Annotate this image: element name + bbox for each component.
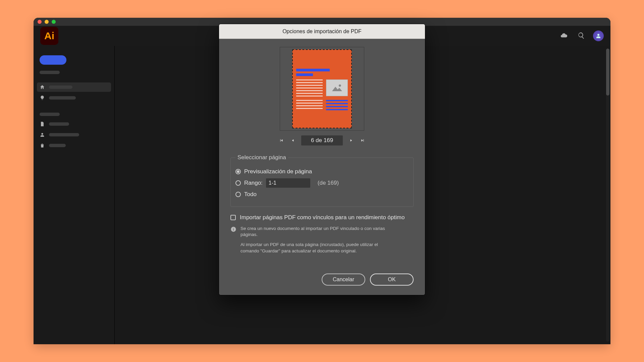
sidebar-item-label (49, 144, 66, 147)
scrollbar-thumb[interactable] (606, 49, 609, 96)
app-badge[interactable]: Ai (40, 27, 58, 45)
cloud-button[interactable] (558, 30, 570, 42)
sidebar-item-label (49, 85, 72, 89)
select-page-legend: Seleccionar página (235, 154, 288, 161)
sidebar-item-trash[interactable] (37, 141, 111, 150)
sidebar-item-label (49, 122, 69, 126)
info-icon (230, 226, 236, 232)
pdf-import-dialog: Opciones de importación de PDF (219, 24, 425, 295)
sidebar-item-files[interactable] (37, 119, 111, 129)
sidebar-stub (40, 71, 60, 74)
user-icon (595, 33, 601, 39)
sidebar-item-label (49, 96, 76, 100)
ok-button[interactable]: OK (370, 274, 414, 286)
cloud-icon (560, 32, 568, 39)
sidebar-item-label (49, 133, 79, 136)
sidebar-item-learn[interactable] (37, 93, 111, 103)
home-icon (40, 84, 45, 90)
sidebar-item-shared[interactable] (37, 130, 111, 139)
next-page-button[interactable] (348, 137, 354, 143)
radio-all-label: Todo (244, 191, 257, 198)
radio-icon (235, 169, 241, 174)
last-page-button[interactable] (360, 137, 366, 143)
app-window: Ai (34, 18, 610, 344)
range-of-text: (de 169) (318, 180, 339, 186)
info-block: Se crea un nuevo documento al importar u… (230, 226, 414, 258)
new-file-button[interactable] (40, 55, 66, 65)
first-icon (279, 138, 284, 143)
page-thumbnail[interactable] (292, 49, 352, 128)
minimize-icon[interactable] (45, 20, 49, 24)
select-page-fieldset: Seleccionar página Previsualización de p… (230, 154, 414, 207)
link-pages-checkbox[interactable]: Importar páginas PDF como vínculos para … (230, 214, 414, 221)
avatar[interactable] (593, 31, 604, 41)
file-icon (40, 121, 45, 127)
prev-icon (290, 138, 295, 143)
radio-preview[interactable]: Previsualización de página (235, 168, 409, 175)
next-icon (349, 138, 354, 143)
range-input[interactable] (266, 178, 310, 188)
first-page-button[interactable] (278, 137, 284, 143)
people-icon (40, 132, 45, 137)
page-number-input[interactable] (301, 135, 343, 145)
radio-range[interactable]: Rango: (de 169) (235, 178, 409, 188)
cancel-button[interactable]: Cancelar (322, 274, 365, 286)
last-icon (360, 138, 365, 143)
close-icon[interactable] (38, 20, 42, 24)
lightbulb-icon (40, 95, 45, 101)
maximize-icon[interactable] (52, 20, 56, 24)
sidebar-item-home[interactable] (37, 82, 111, 92)
prev-page-button[interactable] (290, 137, 296, 143)
pager (278, 135, 366, 145)
svg-rect-0 (330, 83, 344, 93)
radio-preview-label: Previsualización de página (244, 168, 312, 175)
checkbox-icon (230, 215, 236, 220)
page-preview (280, 47, 364, 131)
sidebar-heading (40, 113, 60, 116)
app-badge-text: Ai (44, 30, 54, 42)
search-icon (578, 32, 585, 39)
radio-all[interactable]: Todo (235, 191, 409, 198)
trash-icon (40, 143, 45, 148)
radio-range-label: Rango: (244, 180, 263, 186)
info-text-1: Se crea un nuevo documento al importar u… (240, 226, 395, 238)
svg-point-2 (339, 84, 341, 87)
sidebar (34, 46, 115, 344)
dialog-title: Opciones de importación de PDF (219, 24, 425, 39)
search-button[interactable] (576, 30, 587, 42)
radio-icon (235, 192, 241, 197)
radio-icon (235, 180, 241, 186)
image-placeholder-icon (326, 79, 348, 96)
link-pages-label: Importar páginas PDF como vínculos para … (240, 214, 405, 221)
info-text-2: Al importar un PDF de una sola página (i… (240, 242, 381, 254)
